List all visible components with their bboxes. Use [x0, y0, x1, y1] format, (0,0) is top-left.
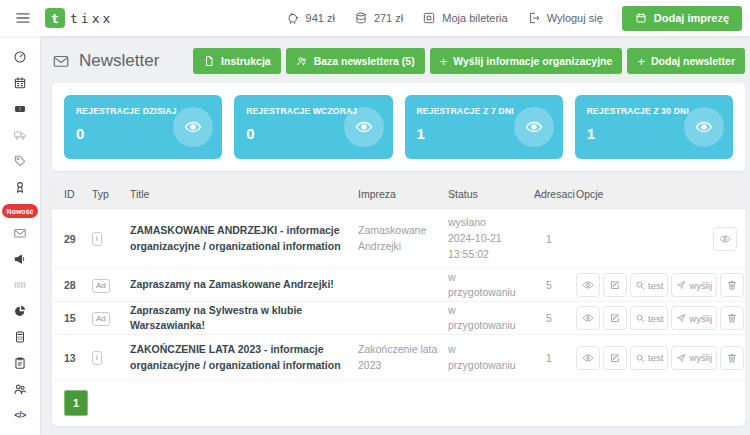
view-button[interactable] [576, 273, 600, 297]
newsletter-database-button[interactable]: Baza newslettera (5) [286, 48, 425, 74]
eye-icon [582, 312, 594, 324]
sidebar-item-statistics[interactable] [0, 298, 40, 324]
code-icon: </> [14, 410, 26, 420]
member-badge-icon [13, 180, 27, 194]
test-label: test [648, 352, 663, 363]
pie-chart-icon [13, 304, 27, 318]
users-icon [296, 55, 308, 67]
table-header-row: ID Typ Title Impreza Status Adresaci Opc… [52, 179, 745, 209]
cell-typ: i [92, 231, 130, 246]
calendar-icon [635, 12, 647, 24]
eye-icon [695, 118, 713, 136]
wallet-balance[interactable]: 941 zł [286, 11, 335, 25]
instruction-button[interactable]: Instrukcja [193, 48, 281, 74]
edit-button[interactable] [603, 306, 627, 330]
truck-icon [13, 128, 27, 142]
ticket-icon [13, 102, 27, 116]
cell-typ: Ad [92, 311, 130, 326]
trash-icon [726, 279, 738, 291]
calculator-icon [13, 330, 27, 344]
page-title-text: Newsletter [79, 51, 159, 71]
sidebar-item-calendar[interactable] [0, 70, 40, 96]
sidebar-item-tickets[interactable] [0, 96, 40, 122]
sidebar-item-users[interactable] [0, 376, 40, 402]
view-button[interactable] [576, 346, 600, 370]
stat-view-button[interactable] [344, 107, 384, 147]
test-button[interactable]: test [630, 273, 668, 297]
app-logo[interactable]: t tixx [45, 8, 113, 28]
eye-icon [525, 118, 543, 136]
send-button[interactable]: wyślij [671, 273, 717, 297]
sidebar-item-announcements[interactable] [0, 246, 40, 272]
page-1-button[interactable]: 1 [64, 390, 88, 416]
sidebar-item-barcode[interactable] [0, 272, 40, 298]
send-icon [676, 313, 686, 323]
stat-view-button[interactable] [514, 107, 554, 147]
test-button[interactable]: test [630, 306, 668, 330]
column-header-impreza: Impreza [358, 188, 448, 200]
send-icon [676, 353, 686, 363]
send-org-info-button[interactable]: + Wyślij informacje organizacyjne [430, 48, 623, 74]
sidebar-item-dashboard[interactable] [0, 44, 40, 70]
pagination: 1 [52, 381, 745, 418]
ticket-office-icon [422, 11, 436, 25]
stat-view-button[interactable] [684, 107, 724, 147]
cell-status: wysłano 2024-10-21 13:55:02 [448, 215, 534, 262]
cell-title: ZAMASKOWANE ANDRZEJKI - informacje organ… [130, 223, 358, 255]
cell-title: ZAKOŃCZENIE LATA 2023 - informacje organ… [130, 342, 358, 374]
topbar: t tixx 941 zł 271 zł Moja bileteria Wylo… [0, 0, 750, 36]
barcode-icon [13, 278, 27, 292]
add-newsletter-button[interactable]: + Dodaj newsletter [627, 48, 745, 74]
logout-label: Wyloguj się [547, 12, 603, 24]
my-ticket-office-label: Moja bileteria [442, 12, 507, 24]
delete-button[interactable] [720, 273, 744, 297]
cell-id: 29 [64, 233, 92, 245]
logout-link[interactable]: Wyloguj się [527, 11, 603, 25]
sidebar-item-tags[interactable] [0, 148, 40, 174]
cell-id: 13 [64, 352, 92, 364]
plus-icon: + [440, 55, 448, 68]
users-icon [13, 382, 27, 396]
tag-icon [13, 154, 27, 168]
coins-balance[interactable]: 271 zł [354, 11, 403, 25]
test-button[interactable]: test [630, 346, 668, 370]
sidebar-item-billing[interactable] [0, 324, 40, 350]
column-header-title: Title [130, 188, 358, 200]
column-header-adresaci: Adresaci [534, 188, 576, 200]
search-icon [635, 313, 645, 323]
table-row: 29 i ZAMASKOWANE ANDRZEJKI - informacje … [52, 209, 745, 269]
row-actions: test wyślij [576, 273, 744, 297]
test-label: test [648, 313, 663, 324]
sidebar-item-newsletter[interactable] [0, 220, 40, 246]
stat-view-button[interactable] [173, 107, 213, 147]
main-content: Newsletter Instrukcja Baza newslettera (… [40, 36, 750, 426]
cell-adresaci: 1 [534, 233, 576, 245]
my-ticket-office-link[interactable]: Moja bileteria [422, 11, 507, 25]
cell-adresaci: 5 [534, 279, 576, 291]
delete-button[interactable] [720, 306, 744, 330]
type-info-badge: i [92, 232, 102, 246]
table-row: 15 Ad Zapraszamy na Sylwestra w klubie W… [52, 302, 745, 335]
cell-id: 28 [64, 279, 92, 291]
edit-button[interactable] [603, 273, 627, 297]
sidebar-item-membership[interactable] [0, 174, 40, 200]
stat-registrations-30-days: REJESTRACJE Z 30 DNI 1 [575, 95, 733, 159]
sidebar-item-reports[interactable] [0, 350, 40, 376]
table-row: 28 Ad Zapraszamy na Zamaskowane Andrzejk… [52, 269, 745, 302]
menu-icon[interactable] [14, 9, 32, 27]
sidebar-item-shipping[interactable] [0, 122, 40, 148]
view-button[interactable] [713, 227, 737, 251]
send-button[interactable]: wyślij [671, 306, 717, 330]
sidebar: Nowość </> [0, 36, 40, 435]
delete-button[interactable] [720, 346, 744, 370]
row-actions: test wyślij [576, 346, 744, 370]
add-event-button[interactable]: Dodaj imprezę [622, 6, 742, 31]
view-button[interactable] [576, 306, 600, 330]
cell-status: w przygotowaniu [448, 270, 534, 302]
cell-typ: Ad [92, 278, 130, 293]
sidebar-item-api[interactable]: </> [0, 402, 40, 428]
send-button[interactable]: wyślij [671, 346, 717, 370]
edit-button[interactable] [603, 346, 627, 370]
row-actions: test wyślij [576, 306, 744, 330]
send-label: wyślij [689, 280, 712, 291]
